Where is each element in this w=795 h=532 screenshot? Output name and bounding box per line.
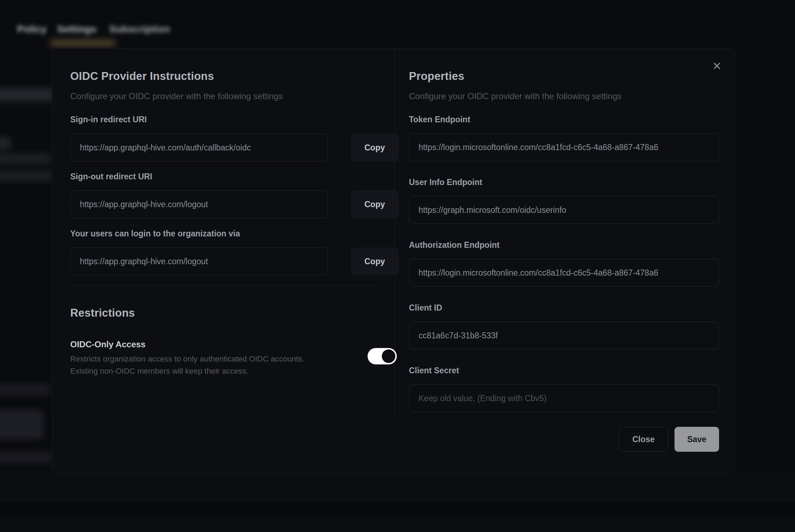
token-endpoint-input[interactable]: [409, 133, 719, 161]
modal-column-divider: [394, 48, 395, 421]
copy-sign-out-uri-button[interactable]: Copy: [351, 190, 399, 218]
instructions-title: OIDC Provider Instructions: [70, 70, 214, 83]
organization-login-uri-label: Your users can login to the organization…: [70, 229, 240, 239]
authorization-endpoint-label: Authorization Endpoint: [409, 240, 499, 250]
oidc-only-access-label: OIDC-Only Access: [70, 339, 145, 349]
tab-policy[interactable]: Policy: [17, 24, 46, 35]
background-blurred-text: [0, 88, 53, 101]
toggle-knob: [382, 349, 395, 363]
sign-out-redirect-uri-input[interactable]: [70, 190, 328, 218]
background-blurred-button: [0, 410, 43, 439]
save-button[interactable]: Save: [675, 427, 719, 452]
client-secret-label: Client Secret: [409, 366, 459, 375]
copy-sign-in-uri-button[interactable]: Copy: [351, 134, 399, 162]
active-tab-underline: [50, 41, 116, 45]
sign-out-redirect-uri-label: Sign-out redirect URI: [70, 172, 152, 181]
user-info-endpoint-label: User Info Endpoint: [409, 178, 482, 187]
restrictions-heading: Restrictions: [70, 307, 135, 319]
user-info-endpoint-input[interactable]: [409, 196, 719, 224]
tab-bar: Policy Settings Subscription: [0, 0, 795, 48]
token-endpoint-label: Token Endpoint: [409, 115, 470, 124]
tab-settings[interactable]: Settings: [57, 24, 96, 35]
description-line-2: Existing non-OIDC members will keep thei…: [70, 367, 248, 375]
background-blurred-text: [0, 153, 51, 164]
authorization-endpoint-input[interactable]: [409, 259, 719, 287]
oidc-settings-modal: ✕ OIDC Provider Instructions Configure y…: [52, 48, 735, 474]
properties-subtitle: Configure your OIDC provider with the fo…: [409, 91, 621, 101]
oidc-instructions-section: OIDC Provider Instructions Configure you…: [70, 48, 381, 474]
background-blurred-text: [0, 384, 51, 396]
tab-subscription[interactable]: Subscription: [109, 24, 170, 35]
background-dark-band: [0, 502, 795, 516]
background-blurred-dot: [0, 136, 11, 150]
oidc-only-access-toggle[interactable]: [368, 348, 397, 364]
instructions-subtitle: Configure your OIDC provider with the fo…: [70, 91, 283, 101]
page-background: Policy Settings Subscription ✕ OIDC Prov…: [0, 0, 795, 532]
properties-title: Properties: [409, 70, 464, 83]
organization-login-uri-input[interactable]: [70, 247, 328, 275]
client-id-label: Client ID: [409, 303, 442, 313]
sign-in-redirect-uri-input[interactable]: [70, 134, 328, 162]
properties-section: Properties Configure your OIDC provider …: [409, 48, 719, 474]
client-secret-input[interactable]: [409, 384, 719, 412]
close-button[interactable]: Close: [619, 427, 668, 452]
background-blurred-text: [0, 170, 53, 181]
description-line-1: Restricts organization access to only au…: [70, 354, 304, 363]
sign-in-redirect-uri-label: Sign-in redirect URI: [70, 115, 147, 124]
client-id-input[interactable]: [409, 322, 719, 349]
modal-footer: Close Save: [619, 427, 719, 452]
copy-organization-login-uri-button[interactable]: Copy: [351, 247, 399, 275]
background-blurred-text: [0, 451, 53, 464]
restrictions-divider: [70, 285, 380, 286]
oidc-only-access-description: Restricts organization access to only au…: [70, 353, 304, 377]
